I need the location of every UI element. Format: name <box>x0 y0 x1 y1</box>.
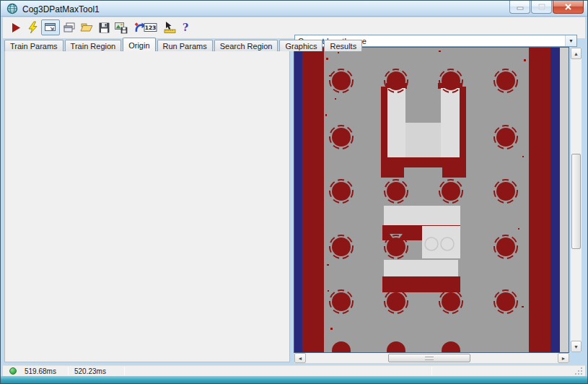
open-file-icon[interactable] <box>79 20 94 35</box>
status-separator <box>68 367 69 375</box>
svg-text:?: ? <box>183 22 188 33</box>
electric-run-icon[interactable] <box>26 20 40 35</box>
window-title: Cog3DPatMaxTool1 <box>22 4 100 14</box>
scroll-up-icon[interactable]: ▲ <box>571 48 582 59</box>
scroll-down-icon[interactable]: ▼ <box>571 341 582 352</box>
tab-results[interactable]: Results <box>324 40 362 51</box>
status-indicator-icon <box>9 367 17 375</box>
tab-search-region[interactable]: Search Region <box>214 40 278 51</box>
help-icon[interactable]: ? <box>178 20 193 35</box>
svg-text:123: 123 <box>144 25 156 31</box>
status-time-2: 520.23ms <box>74 367 106 375</box>
maximize-button[interactable] <box>531 1 552 14</box>
scrollbar-grip <box>425 357 434 360</box>
tab-strip: Train Params Train Region Origin Run Par… <box>4 38 364 51</box>
run-icon[interactable] <box>9 20 23 35</box>
input-image-graphic <box>294 48 569 352</box>
close-icon <box>564 4 572 10</box>
minimize-icon <box>517 4 524 10</box>
origin-tab-page <box>4 51 290 362</box>
tab-train-params[interactable]: Train Params <box>4 40 63 51</box>
status-time-1: 519.68ms <box>25 367 56 375</box>
tab-graphics[interactable]: Graphics <box>279 40 322 51</box>
scroll-right-icon[interactable]: ► <box>558 353 569 363</box>
app-icon <box>6 3 18 14</box>
result-display-icon[interactable] <box>62 20 76 35</box>
vertical-scrollbar[interactable]: ▲ ▼ <box>571 48 582 352</box>
close-button[interactable] <box>553 1 584 14</box>
window-bottom-border <box>1 376 587 383</box>
tab-run-params[interactable]: Run Params <box>157 40 213 51</box>
vertical-scrollbar-thumb[interactable] <box>571 154 581 249</box>
title-bar: Cog3DPatMaxTool1 <box>1 1 587 17</box>
status-separator <box>124 367 125 375</box>
scroll-left-icon[interactable]: ◄ <box>294 353 306 363</box>
minimize-button[interactable] <box>509 1 530 14</box>
resize-grip[interactable] <box>574 367 583 375</box>
tab-origin[interactable]: Origin <box>123 38 155 51</box>
numeric-display-icon[interactable]: 123 <box>143 20 157 35</box>
maximize-icon <box>538 4 545 10</box>
status-separator <box>431 367 432 375</box>
floating-window-icon[interactable] <box>41 19 60 35</box>
save-file-icon[interactable] <box>97 20 111 35</box>
measure-icon[interactable] <box>162 20 177 35</box>
horizontal-scrollbar-thumb[interactable] <box>388 354 470 362</box>
save-image-icon[interactable] <box>113 20 128 35</box>
chevron-down-icon[interactable]: ▼ <box>565 35 576 46</box>
horizontal-scrollbar[interactable]: ◄ ► <box>294 353 569 363</box>
input-image-display[interactable] <box>294 47 569 353</box>
tab-train-region[interactable]: Train Region <box>65 40 122 51</box>
